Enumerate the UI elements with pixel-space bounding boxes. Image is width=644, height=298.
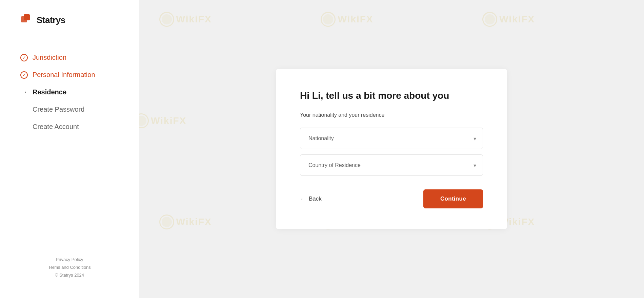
- back-button[interactable]: ← Back: [300, 193, 322, 205]
- statrys-logo-icon: [20, 14, 33, 26]
- sidebar-item-residence-label: Residence: [33, 88, 66, 96]
- back-button-label: Back: [309, 195, 322, 202]
- empty-icon: [20, 106, 28, 113]
- sidebar: Statrys ✓ Jurisdiction ✓ Personal Inform…: [0, 0, 139, 298]
- sidebar-item-personal-information[interactable]: ✓ Personal Information: [20, 71, 119, 79]
- residence-select-wrapper: Country of Residence ▾: [300, 154, 483, 176]
- logo-text: Statrys: [37, 15, 65, 25]
- main-content: WikiFX WikiFX WikiFX WikiFX WikiFX WikiF…: [139, 0, 644, 298]
- sidebar-item-create-password[interactable]: Create Password: [20, 106, 119, 113]
- check-circle-icon-2: ✓: [20, 71, 28, 79]
- empty-icon-2: [20, 123, 28, 131]
- check-circle-icon: ✓: [20, 54, 28, 61]
- continue-button[interactable]: Continue: [423, 189, 483, 208]
- sidebar-item-jurisdiction[interactable]: ✓ Jurisdiction: [20, 54, 119, 61]
- privacy-policy-link[interactable]: Privacy Policy: [56, 257, 83, 262]
- sidebar-item-create-account[interactable]: Create Account: [20, 123, 119, 131]
- arrow-right-icon: →: [20, 89, 28, 96]
- sidebar-item-create-password-label: Create Password: [33, 106, 84, 113]
- form-actions: ← Back Continue: [300, 189, 483, 208]
- nav-items: ✓ Jurisdiction ✓ Personal Information → …: [20, 54, 119, 257]
- form-subtitle: Your nationality and your residence: [300, 112, 483, 118]
- country-of-residence-select[interactable]: Country of Residence: [300, 154, 483, 176]
- nationality-select-wrapper: Nationality ▾: [300, 128, 483, 149]
- sidebar-item-create-account-label: Create Account: [33, 123, 79, 131]
- sidebar-item-residence[interactable]: → Residence: [20, 88, 119, 96]
- form-card: Hi Li, tell us a bit more about you Your…: [276, 69, 507, 229]
- form-title: Hi Li, tell us a bit more about you: [300, 90, 483, 102]
- terms-link[interactable]: Terms and Conditions: [48, 265, 91, 270]
- logo: Statrys: [20, 14, 119, 26]
- copyright-text: © Statrys 2024: [55, 273, 84, 278]
- sidebar-item-jurisdiction-label: Jurisdiction: [33, 54, 66, 61]
- sidebar-footer: Privacy Policy Terms and Conditions © St…: [20, 257, 119, 284]
- svg-rect-1: [24, 14, 30, 20]
- nationality-select[interactable]: Nationality: [300, 128, 483, 149]
- back-arrow-icon: ←: [300, 195, 306, 203]
- sidebar-item-personal-information-label: Personal Information: [33, 71, 95, 79]
